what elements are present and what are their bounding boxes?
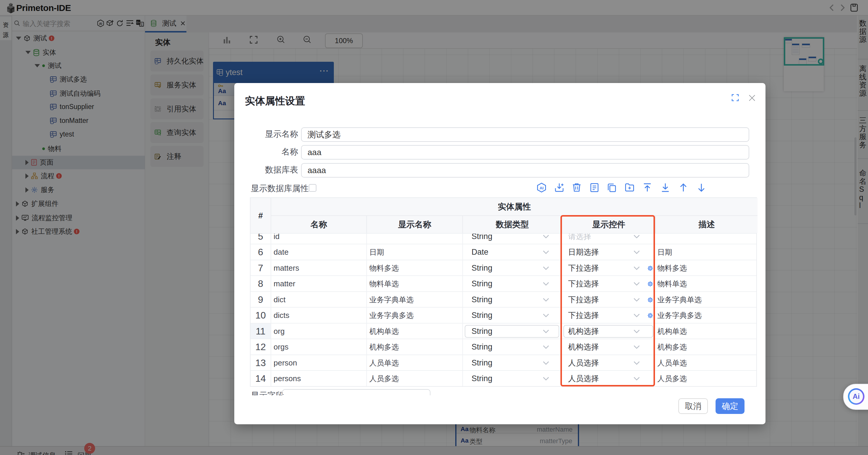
- svg-text:AI: AI: [539, 186, 544, 190]
